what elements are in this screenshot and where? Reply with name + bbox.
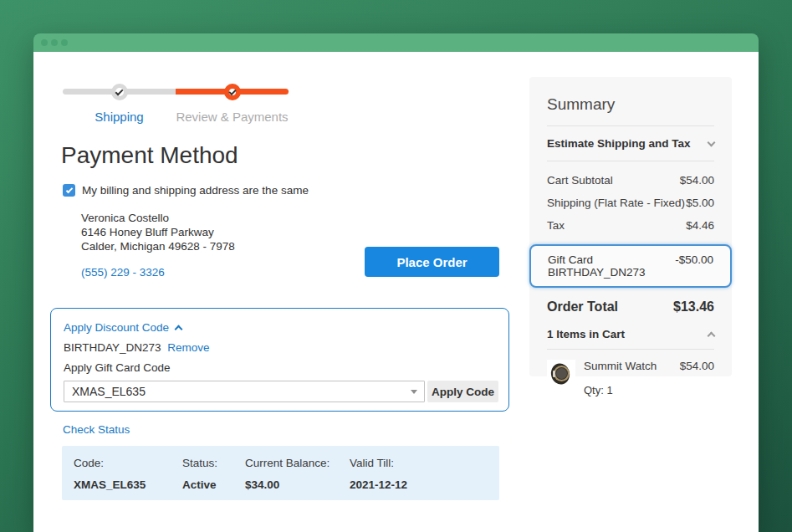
total-value: $4.46 xyxy=(686,219,714,232)
cart-item-info: Summit Watch $54.00 Qty: 1 xyxy=(584,360,714,396)
step-review-payments[interactable]: Review & Payments xyxy=(176,79,289,124)
step-shipping-graphic xyxy=(63,79,176,105)
window-control-dot[interactable] xyxy=(41,39,48,46)
step-active-icon xyxy=(224,84,241,100)
billing-address: Veronica Costello 6146 Honey Bluff Parkw… xyxy=(81,211,235,253)
remove-discount-link[interactable]: Remove xyxy=(167,341,209,354)
window-control-dot[interactable] xyxy=(61,39,68,46)
address-line: Veronica Costello xyxy=(81,211,235,225)
billing-same-row: My billing and shipping address are the … xyxy=(63,184,309,197)
estimate-shipping-toggle[interactable]: Estimate Shipping and Tax xyxy=(547,126,714,161)
window-control-dot[interactable] xyxy=(51,39,58,46)
status-col-label: Valid Till: xyxy=(350,457,499,478)
billing-same-checkbox[interactable] xyxy=(63,184,75,197)
cart-item-row: Summit Watch $54.00 Qty: 1 xyxy=(547,360,714,396)
total-row-shipping: Shipping (Flat Rate - Fixed) $5.00 xyxy=(547,192,714,215)
items-in-cart-label: 1 Items in Cart xyxy=(547,328,625,340)
cart-item-top: Summit Watch $54.00 xyxy=(584,360,714,372)
chevron-up-icon xyxy=(708,331,716,340)
check-icon xyxy=(65,186,72,192)
total-value: $54.00 xyxy=(680,174,714,187)
check-icon xyxy=(228,87,236,95)
status-col-label: Code: xyxy=(74,457,182,478)
step-shipping-label: Shipping xyxy=(95,110,143,124)
summary-title: Summary xyxy=(547,90,714,125)
order-total-label: Order Total xyxy=(547,299,618,315)
chevron-down-icon xyxy=(708,138,716,146)
status-col-value: Active xyxy=(182,478,245,500)
applied-discount-row: BIRTHDAY_DN273 Remove xyxy=(64,341,498,354)
apply-discount-code-toggle[interactable]: Apply Discount Code xyxy=(64,321,181,334)
order-summary-panel: Summary Estimate Shipping and Tax Cart S… xyxy=(529,77,732,376)
product-price: $54.00 xyxy=(680,360,714,372)
estimate-shipping-label: Estimate Shipping and Tax xyxy=(547,137,691,150)
items-in-cart-toggle[interactable]: 1 Items in Cart xyxy=(547,325,714,349)
step-review-graphic xyxy=(176,79,289,105)
total-label: Shipping (Flat Rate - Fixed) xyxy=(547,197,685,209)
checkout-progress: Shipping Review & Payments xyxy=(63,79,289,124)
step-complete-icon xyxy=(111,84,128,100)
gift-card-input-row: Apply Code xyxy=(64,381,498,402)
total-row-tax: Tax $4.46 xyxy=(547,215,714,238)
gift-card-total-row: Gift Card BIRTHDAY_DN273 -$50.00 xyxy=(529,244,732,288)
phone-link[interactable]: (555) 229 - 3326 xyxy=(81,266,165,279)
billing-same-label: My billing and shipping address are the … xyxy=(82,184,309,197)
total-row-cart-subtotal: Cart Subtotal $54.00 xyxy=(547,170,714,192)
apply-code-button[interactable]: Apply Code xyxy=(427,381,498,402)
dropdown-arrow-icon[interactable] xyxy=(411,390,417,394)
check-icon xyxy=(115,87,124,95)
watch-image xyxy=(549,361,574,386)
window-titlebar xyxy=(33,33,759,52)
order-total-value: $13.46 xyxy=(673,299,714,315)
total-value: $5.00 xyxy=(686,197,714,209)
total-label: Tax xyxy=(547,219,565,232)
place-order-button[interactable]: Place Order xyxy=(365,247,499,277)
status-col-label: Status: xyxy=(182,457,245,478)
checkout-page: Shipping Review & Payments Payment Metho… xyxy=(33,52,759,532)
gift-card-total-label: Gift Card BIRTHDAY_DN273 xyxy=(548,253,675,279)
status-col-label: Current Balance: xyxy=(245,457,350,478)
total-label: Cart Subtotal xyxy=(547,174,613,187)
gift-card-input-wrap xyxy=(64,381,425,402)
status-col-value: XMAS_EL635 xyxy=(74,478,182,500)
apply-discount-code-label: Apply Discount Code xyxy=(64,321,169,334)
product-qty: Qty: 1 xyxy=(584,384,714,396)
step-review-payments-label: Review & Payments xyxy=(176,110,288,124)
product-thumbnail xyxy=(547,360,575,388)
gift-card-status-panel: Code: Status: Current Balance: Valid Til… xyxy=(62,446,499,500)
applied-discount-code: BIRTHDAY_DN273 xyxy=(64,341,161,354)
page-title: Payment Method xyxy=(61,142,238,169)
address-line: 6146 Honey Bluff Parkway xyxy=(81,225,235,239)
order-total-row: Order Total $13.46 xyxy=(547,288,714,325)
status-col-value: 2021-12-12 xyxy=(350,478,499,500)
divider xyxy=(547,349,714,350)
check-status-link[interactable]: Check Status xyxy=(63,423,130,436)
browser-window: Shipping Review & Payments Payment Metho… xyxy=(33,33,759,532)
gift-card-code-label: Apply Gift Card Code xyxy=(64,361,498,374)
product-name: Summit Watch xyxy=(584,360,657,372)
address-line: Calder, Michigan 49628 - 7978 xyxy=(81,239,235,253)
gift-card-total-value: -$50.00 xyxy=(675,253,713,279)
totals-list: Cart Subtotal $54.00 Shipping (Flat Rate… xyxy=(547,161,714,243)
chevron-up-icon xyxy=(175,325,183,333)
gift-card-code-input[interactable] xyxy=(64,381,425,402)
discount-code-section: Apply Discount Code BIRTHDAY_DN273 Remov… xyxy=(50,308,509,412)
status-col-value: $34.00 xyxy=(245,478,350,500)
step-shipping[interactable]: Shipping xyxy=(63,79,176,124)
